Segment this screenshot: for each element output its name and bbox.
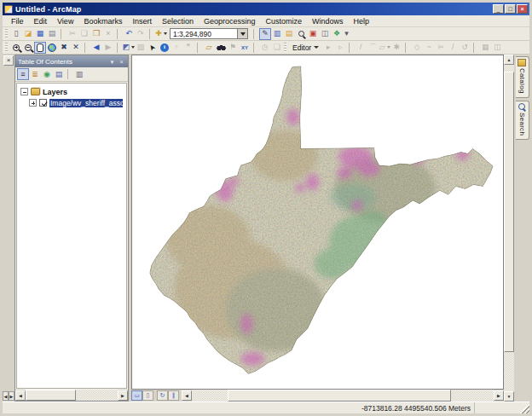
catalog-window-button[interactable]: ▤ bbox=[283, 28, 295, 40]
create-viewer-window-button[interactable]: ❏ bbox=[271, 42, 283, 54]
menu-geoprocessing[interactable]: Geoprocessing bbox=[199, 16, 261, 26]
find-button[interactable] bbox=[215, 42, 227, 54]
cut-button[interactable]: ✂ bbox=[66, 28, 78, 40]
open-button[interactable]: ◪ bbox=[22, 28, 34, 40]
refresh-view-button[interactable]: ↻ bbox=[157, 390, 168, 401]
table-of-contents-window-button[interactable]: ▥ bbox=[271, 28, 283, 40]
map-horizontal-scrollbar[interactable] bbox=[192, 390, 494, 402]
layer-visibility-checkbox[interactable] bbox=[39, 99, 47, 107]
tab-catalog[interactable]: Catalog bbox=[516, 56, 529, 98]
select-features-button[interactable]: ◩ bbox=[123, 42, 135, 54]
toolbar-grip[interactable] bbox=[5, 43, 8, 52]
list-by-drawing-order-button[interactable]: ≡ bbox=[17, 68, 29, 80]
new-map-button[interactable]: ▯ bbox=[10, 28, 22, 40]
scrollbar-thumb[interactable] bbox=[26, 390, 76, 401]
layer-name-selected[interactable]: Image/wv_sheriff_associatio bbox=[49, 99, 123, 107]
point-tool-button[interactable]: ✱ bbox=[390, 42, 402, 54]
rotate-tool-button[interactable]: ↺ bbox=[459, 42, 471, 54]
list-by-source-button[interactable]: ≣ bbox=[29, 68, 41, 80]
delete-button[interactable]: × bbox=[102, 28, 114, 40]
split-tool-button[interactable]: / bbox=[447, 42, 459, 54]
scroll-right-button[interactable]: ▶ bbox=[9, 391, 14, 401]
find-route-button[interactable]: ⚑ bbox=[227, 42, 239, 54]
map-scroll-left-button[interactable]: ◀ bbox=[182, 390, 192, 401]
endpoint-arc-button[interactable]: ⌒ bbox=[367, 42, 379, 54]
cut-polygons-button[interactable]: ✂ bbox=[435, 42, 447, 54]
go-forward-extent-button[interactable]: ▶ bbox=[102, 42, 114, 54]
go-back-extent-button[interactable]: ◀ bbox=[90, 42, 102, 54]
title-bar[interactable]: Untitled - ArcMap _ □ × bbox=[3, 3, 529, 15]
menu-view[interactable]: View bbox=[52, 16, 78, 26]
attributes-button[interactable]: ▦ bbox=[479, 42, 491, 54]
toc-horizontal-scrollbar[interactable]: ◀ ▶ bbox=[15, 390, 128, 401]
identify-button[interactable]: i bbox=[159, 42, 171, 54]
trace-button[interactable]: ▱ bbox=[379, 42, 390, 54]
resize-grip[interactable] bbox=[518, 402, 529, 413]
docked-strip-close-button[interactable]: × bbox=[3, 55, 14, 66]
map-scale-combo[interactable]: 1:3,294,890 bbox=[170, 28, 248, 39]
map-canvas[interactable] bbox=[131, 55, 504, 390]
layout-view-button[interactable]: ▯ bbox=[142, 390, 153, 401]
menu-selection[interactable]: Selection bbox=[157, 16, 199, 26]
python-window-button[interactable]: ◫ bbox=[319, 28, 331, 40]
pause-drawing-button[interactable]: ∥ bbox=[168, 390, 179, 401]
scrollbar-thumb[interactable] bbox=[228, 390, 451, 402]
layers-data-frame-row[interactable]: Layers bbox=[20, 86, 126, 97]
menu-windows[interactable]: Windows bbox=[307, 16, 349, 26]
redo-button[interactable]: ↷ bbox=[135, 28, 147, 40]
minimize-button[interactable]: _ bbox=[493, 4, 504, 14]
scroll-left-button[interactable]: ◀ bbox=[3, 391, 9, 401]
collapse-expander-icon[interactable] bbox=[20, 88, 28, 95]
straight-segment-button[interactable]: / bbox=[355, 42, 367, 54]
fixed-zoom-out-button[interactable]: ✕ bbox=[70, 42, 82, 54]
toc-options-button[interactable]: ▥ bbox=[73, 68, 85, 80]
toc-pin-icon[interactable]: ▾ bbox=[108, 58, 116, 66]
edit-vertices-button[interactable]: ◇ bbox=[411, 42, 423, 54]
time-slider-button[interactable]: ◷ bbox=[259, 42, 271, 54]
expand-expander-icon[interactable] bbox=[29, 99, 37, 107]
list-by-selection-button[interactable]: ▤ bbox=[53, 68, 65, 80]
fixed-zoom-in-button[interactable]: ✖ bbox=[58, 42, 70, 54]
hyperlink-button[interactable]: ⚡ bbox=[171, 42, 182, 54]
data-view-button[interactable]: ▭ bbox=[131, 390, 142, 401]
list-by-visibility-button[interactable]: ◉ bbox=[41, 68, 53, 80]
modelbuilder-button[interactable]: ❖ bbox=[331, 28, 343, 40]
scroll-left-button[interactable]: ◀ bbox=[15, 390, 26, 401]
toolbar-grip[interactable] bbox=[284, 43, 286, 52]
toc-title-bar[interactable]: Table Of Contents ▾ × bbox=[15, 55, 128, 67]
map-scroll-right-button[interactable]: ▶ bbox=[494, 390, 504, 401]
menu-insert[interactable]: Insert bbox=[127, 16, 157, 26]
select-elements-button[interactable]: ➤ bbox=[147, 42, 159, 54]
full-extent-button[interactable] bbox=[46, 42, 58, 54]
clear-selection-button[interactable]: ▨ bbox=[135, 42, 147, 54]
search-window-button[interactable] bbox=[295, 28, 307, 40]
zoom-in-button[interactable] bbox=[10, 42, 22, 54]
save-button[interactable]: ▦ bbox=[34, 28, 46, 40]
paste-button[interactable]: ❒ bbox=[90, 28, 102, 40]
menu-file[interactable]: File bbox=[6, 16, 29, 26]
go-to-xy-button[interactable]: XY bbox=[239, 42, 251, 54]
add-data-button[interactable]: ✚ bbox=[155, 28, 167, 40]
arctoolbox-window-button[interactable]: ▣ bbox=[307, 28, 319, 40]
print-button[interactable]: ▤ bbox=[46, 28, 58, 40]
undo-button[interactable]: ↶ bbox=[123, 28, 135, 40]
pan-button[interactable] bbox=[34, 42, 46, 54]
menu-edit[interactable]: Edit bbox=[29, 16, 53, 26]
sketch-properties-button[interactable]: ◫ bbox=[491, 42, 503, 54]
toolbar-overflow-button[interactable]: ▾ bbox=[343, 28, 350, 40]
editor-toolbar-toggle-button[interactable]: ✎ bbox=[259, 28, 271, 40]
editor-menu-button[interactable]: Editor bbox=[289, 42, 322, 54]
menu-help[interactable]: Help bbox=[349, 16, 375, 26]
scrollbar-thumb[interactable] bbox=[504, 72, 514, 352]
html-popup-button[interactable]: ❞ bbox=[182, 42, 194, 54]
reshape-feature-button[interactable]: ~ bbox=[423, 42, 435, 54]
measure-button[interactable]: ▱ bbox=[203, 42, 215, 54]
map-vertical-scrollbar[interactable]: ▲ ▼ bbox=[504, 55, 515, 402]
tab-search[interactable]: Search bbox=[516, 101, 529, 140]
scroll-right-button[interactable]: ▶ bbox=[118, 390, 128, 401]
map-scroll-up-button[interactable]: ▲ bbox=[504, 55, 514, 65]
copy-button[interactable]: ❏ bbox=[78, 28, 90, 40]
zoom-out-button[interactable] bbox=[22, 42, 34, 54]
layer-row[interactable]: Image/wv_sheriff_associatio bbox=[20, 97, 126, 108]
toolbar-grip[interactable] bbox=[5, 29, 8, 38]
